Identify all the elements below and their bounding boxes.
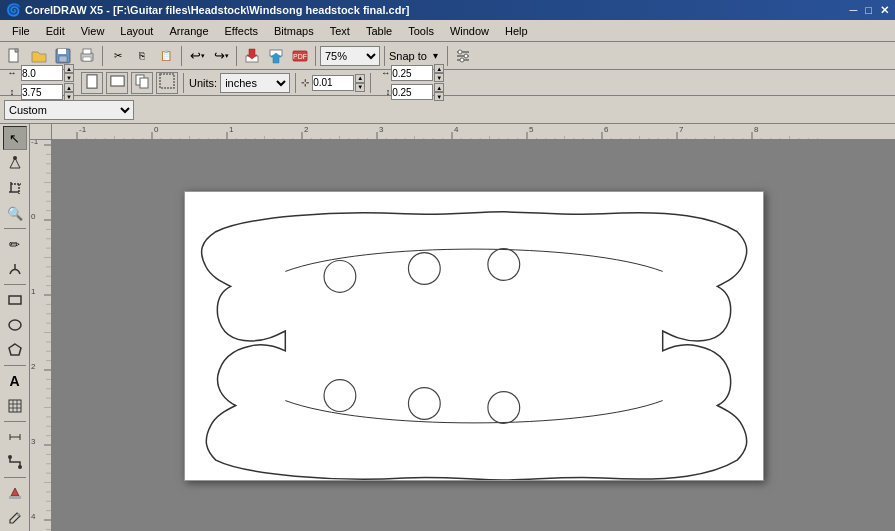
svg-rect-20 <box>140 78 148 88</box>
svg-text:-1: -1 <box>79 125 87 134</box>
canvas-area[interactable]: -1012345678 -101234 <box>30 124 895 531</box>
app-icon: 🌀 <box>6 3 21 17</box>
svg-point-43 <box>17 513 20 516</box>
svg-text:-1: -1 <box>31 140 39 146</box>
minimize-btn[interactable]: ─ <box>850 4 858 17</box>
svg-rect-29 <box>9 296 21 304</box>
freehand-tool[interactable]: ✏ <box>3 232 27 256</box>
offset-x-label: ↔ <box>376 68 390 78</box>
svg-text:8: 8 <box>754 125 759 134</box>
export-button[interactable] <box>265 45 287 67</box>
menu-bar: File Edit View Layout Arrange Effects Bi… <box>0 20 895 42</box>
svg-text:3: 3 <box>379 125 384 134</box>
offset-y-input[interactable] <box>391 84 433 100</box>
ellipse-tool[interactable] <box>3 313 27 337</box>
nudge-input[interactable] <box>312 75 354 91</box>
width-down-btn[interactable]: ▼ <box>64 73 74 82</box>
connector-tool[interactable] <box>3 450 27 474</box>
paste-button[interactable]: 📋 <box>155 45 177 67</box>
maximize-btn[interactable]: □ <box>865 4 872 17</box>
svg-rect-3 <box>59 56 67 62</box>
rectangle-tool[interactable] <box>3 288 27 312</box>
offset-x-input[interactable] <box>391 65 433 81</box>
svg-rect-17 <box>87 74 97 87</box>
fill-tool[interactable] <box>3 481 27 505</box>
landscape-btn[interactable] <box>106 72 128 94</box>
nudge-up-btn[interactable]: ▲ <box>355 74 365 83</box>
toolbox: ↖ 🔍 ✏ A <box>0 124 30 531</box>
menu-window[interactable]: Window <box>442 21 497 41</box>
svg-text:4: 4 <box>31 512 36 521</box>
height-icon: ↕ <box>4 87 20 97</box>
smart-fill-tool[interactable] <box>3 257 27 281</box>
zoom-select[interactable]: 75%50%100%150%200% <box>320 46 380 66</box>
menu-tools[interactable]: Tools <box>400 21 442 41</box>
eyedropper-tool[interactable] <box>3 506 27 530</box>
menu-arrange[interactable]: Arrange <box>161 21 216 41</box>
svg-point-15 <box>464 54 468 58</box>
height-up-btn[interactable]: ▲ <box>64 83 74 92</box>
svg-rect-18 <box>110 76 123 86</box>
text-tool[interactable]: A <box>3 369 27 393</box>
page-width-input[interactable] <box>21 65 63 81</box>
menu-help[interactable]: Help <box>497 21 536 41</box>
offset-x-down[interactable]: ▼ <box>434 73 444 82</box>
import-button[interactable] <box>241 45 263 67</box>
width-icon: ↔ <box>4 68 20 78</box>
page-size-btn[interactable] <box>131 72 153 94</box>
table-tool[interactable] <box>3 394 27 418</box>
units-select[interactable]: inchesmmcmpixels <box>220 73 290 93</box>
svg-point-23 <box>13 156 17 160</box>
svg-rect-5 <box>83 49 91 54</box>
svg-rect-2 <box>58 49 66 54</box>
nudge-down-btn[interactable]: ▼ <box>355 83 365 92</box>
portrait-btn[interactable] <box>81 72 103 94</box>
svg-text:7: 7 <box>679 125 684 134</box>
offset-y-up[interactable]: ▲ <box>434 83 444 92</box>
drawing-canvas <box>52 140 895 531</box>
crop-tool[interactable] <box>3 176 27 200</box>
menu-bitmaps[interactable]: Bitmaps <box>266 21 322 41</box>
menu-table[interactable]: Table <box>358 21 400 41</box>
undo-button[interactable]: ↩▾ <box>186 45 208 67</box>
svg-text:1: 1 <box>31 287 36 296</box>
svg-text:0: 0 <box>31 212 36 221</box>
page-type-select[interactable]: CustomLetterA4Legal <box>4 100 134 120</box>
print-button[interactable] <box>76 45 98 67</box>
menu-layout[interactable]: Layout <box>112 21 161 41</box>
title-bar: 🌀 CorelDRAW X5 - [F:\Guitar files\Headst… <box>0 0 895 20</box>
menu-effects[interactable]: Effects <box>217 21 266 41</box>
close-btn[interactable]: ✕ <box>880 4 889 17</box>
width-up-btn[interactable]: ▲ <box>64 64 74 73</box>
dimension-tool[interactable] <box>3 425 27 449</box>
node-edit-tool[interactable] <box>3 151 27 175</box>
select-tool[interactable]: ↖ <box>3 126 27 150</box>
menu-text[interactable]: Text <box>322 21 358 41</box>
redo-button[interactable]: ↪▾ <box>210 45 232 67</box>
page-border-btn[interactable] <box>156 72 178 94</box>
cut-button[interactable]: ✂ <box>107 45 129 67</box>
page-height-input[interactable] <box>21 84 63 100</box>
snap-label: Snap to <box>389 50 427 62</box>
svg-rect-21 <box>160 74 174 88</box>
svg-text:1: 1 <box>229 125 234 134</box>
publish-button[interactable]: PDF <box>289 45 311 67</box>
title-text: CorelDRAW X5 - [F:\Guitar files\Headstoc… <box>25 4 409 16</box>
polygon-tool[interactable] <box>3 338 27 362</box>
svg-point-16 <box>460 58 464 62</box>
svg-text:2: 2 <box>304 125 309 134</box>
ruler-corner <box>30 124 52 140</box>
svg-text:PDF: PDF <box>293 53 307 60</box>
svg-point-30 <box>9 320 21 330</box>
options-btn[interactable] <box>452 45 474 67</box>
ruler-horizontal: -1012345678 <box>52 124 895 140</box>
svg-text:5: 5 <box>529 125 534 134</box>
headstock-drawing <box>185 192 763 480</box>
offset-x-up[interactable]: ▲ <box>434 64 444 73</box>
zoom-tool[interactable]: 🔍 <box>3 201 27 225</box>
menu-edit[interactable]: Edit <box>38 21 73 41</box>
offset-y-down[interactable]: ▼ <box>434 92 444 101</box>
menu-view[interactable]: View <box>73 21 113 41</box>
copy-button[interactable]: ⎘ <box>131 45 153 67</box>
menu-file[interactable]: File <box>4 21 38 41</box>
